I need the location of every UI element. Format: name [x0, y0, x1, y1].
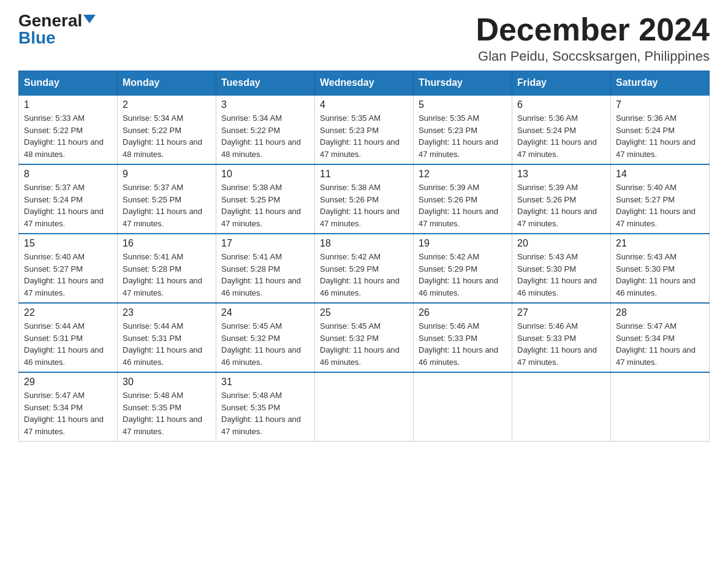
day-info: Sunrise: 5:35 AMSunset: 5:23 PMDaylight:… — [419, 113, 498, 159]
day-number: 3 — [221, 99, 309, 110]
title-block: December 2024 Glan Peidu, Soccsksargen, … — [476, 12, 710, 64]
day-info: Sunrise: 5:41 AMSunset: 5:28 PMDaylight:… — [123, 252, 202, 297]
calendar-cell: 23 Sunrise: 5:44 AMSunset: 5:31 PMDaylig… — [118, 303, 216, 372]
day-number: 23 — [123, 307, 211, 318]
week-row-3: 15 Sunrise: 5:40 AMSunset: 5:27 PMDaylig… — [19, 234, 710, 303]
day-info: Sunrise: 5:44 AMSunset: 5:31 PMDaylight:… — [24, 321, 104, 367]
day-number: 1 — [24, 99, 112, 110]
day-number: 16 — [123, 238, 211, 249]
day-number: 7 — [616, 99, 704, 110]
week-row-5: 29 Sunrise: 5:47 AMSunset: 5:34 PMDaylig… — [19, 372, 710, 442]
day-number: 11 — [320, 169, 408, 180]
day-number: 21 — [616, 238, 704, 249]
calendar-cell: 22 Sunrise: 5:44 AMSunset: 5:31 PMDaylig… — [19, 303, 118, 372]
day-number: 12 — [419, 169, 507, 180]
day-info: Sunrise: 5:38 AMSunset: 5:25 PMDaylight:… — [221, 183, 301, 228]
calendar-cell: 15 Sunrise: 5:40 AMSunset: 5:27 PMDaylig… — [19, 234, 118, 303]
header-monday: Monday — [118, 71, 216, 96]
calendar-cell: 18 Sunrise: 5:42 AMSunset: 5:29 PMDaylig… — [315, 234, 414, 303]
logo-general-text: General — [18, 12, 82, 29]
day-info: Sunrise: 5:39 AMSunset: 5:26 PMDaylight:… — [419, 183, 498, 228]
day-info: Sunrise: 5:40 AMSunset: 5:27 PMDaylight:… — [616, 183, 696, 228]
calendar-cell: 31 Sunrise: 5:48 AMSunset: 5:35 PMDaylig… — [216, 372, 315, 442]
calendar-cell: 17 Sunrise: 5:41 AMSunset: 5:28 PMDaylig… — [216, 234, 315, 303]
calendar-cell: 12 Sunrise: 5:39 AMSunset: 5:26 PMDaylig… — [414, 164, 512, 234]
day-info: Sunrise: 5:46 AMSunset: 5:33 PMDaylight:… — [517, 321, 597, 367]
calendar-table: SundayMondayTuesdayWednesdayThursdayFrid… — [18, 71, 710, 442]
header-saturday: Saturday — [611, 71, 710, 96]
calendar-cell: 20 Sunrise: 5:43 AMSunset: 5:30 PMDaylig… — [512, 234, 611, 303]
day-number: 15 — [24, 238, 112, 249]
day-info: Sunrise: 5:43 AMSunset: 5:30 PMDaylight:… — [616, 252, 696, 297]
calendar-cell: 28 Sunrise: 5:47 AMSunset: 5:34 PMDaylig… — [611, 303, 710, 372]
calendar-cell: 30 Sunrise: 5:48 AMSunset: 5:35 PMDaylig… — [118, 372, 216, 442]
calendar-cell: 21 Sunrise: 5:43 AMSunset: 5:30 PMDaylig… — [611, 234, 710, 303]
day-info: Sunrise: 5:47 AMSunset: 5:34 PMDaylight:… — [616, 321, 696, 367]
day-number: 17 — [221, 238, 309, 249]
day-number: 31 — [221, 377, 309, 388]
day-info: Sunrise: 5:48 AMSunset: 5:35 PMDaylight:… — [123, 391, 202, 436]
day-number: 27 — [517, 307, 605, 318]
day-info: Sunrise: 5:42 AMSunset: 5:29 PMDaylight:… — [320, 252, 400, 297]
day-info: Sunrise: 5:40 AMSunset: 5:27 PMDaylight:… — [24, 252, 104, 297]
month-title: December 2024 — [476, 12, 710, 47]
day-number: 24 — [221, 307, 309, 318]
day-number: 20 — [517, 238, 605, 249]
day-number: 10 — [221, 169, 309, 180]
calendar-cell: 3 Sunrise: 5:34 AMSunset: 5:22 PMDayligh… — [216, 95, 315, 164]
day-info: Sunrise: 5:44 AMSunset: 5:31 PMDaylight:… — [123, 321, 202, 367]
calendar-cell: 10 Sunrise: 5:38 AMSunset: 5:25 PMDaylig… — [216, 164, 315, 234]
day-info: Sunrise: 5:37 AMSunset: 5:25 PMDaylight:… — [123, 183, 202, 228]
day-number: 26 — [419, 307, 507, 318]
day-number: 29 — [24, 377, 112, 388]
day-info: Sunrise: 5:34 AMSunset: 5:22 PMDaylight:… — [123, 113, 202, 159]
logo-blue-text: Blue — [18, 29, 56, 47]
calendar-cell: 2 Sunrise: 5:34 AMSunset: 5:22 PMDayligh… — [118, 95, 216, 164]
day-info: Sunrise: 5:34 AMSunset: 5:22 PMDaylight:… — [221, 113, 301, 159]
day-info: Sunrise: 5:42 AMSunset: 5:29 PMDaylight:… — [419, 252, 498, 297]
week-row-1: 1 Sunrise: 5:33 AMSunset: 5:22 PMDayligh… — [19, 95, 710, 164]
calendar-cell: 19 Sunrise: 5:42 AMSunset: 5:29 PMDaylig… — [414, 234, 512, 303]
calendar-cell — [315, 372, 414, 442]
day-number: 13 — [517, 169, 605, 180]
header-row: SundayMondayTuesdayWednesdayThursdayFrid… — [19, 71, 710, 96]
calendar-cell: 9 Sunrise: 5:37 AMSunset: 5:25 PMDayligh… — [118, 164, 216, 234]
calendar-cell — [611, 372, 710, 442]
calendar-cell — [414, 372, 512, 442]
location-title: Glan Peidu, Soccsksargen, Philippines — [476, 48, 710, 64]
calendar-cell: 8 Sunrise: 5:37 AMSunset: 5:24 PMDayligh… — [19, 164, 118, 234]
day-number: 9 — [123, 169, 211, 180]
calendar-cell: 5 Sunrise: 5:35 AMSunset: 5:23 PMDayligh… — [414, 95, 512, 164]
calendar-cell: 11 Sunrise: 5:38 AMSunset: 5:26 PMDaylig… — [315, 164, 414, 234]
logo: General Blue — [18, 12, 96, 47]
calendar-cell: 26 Sunrise: 5:46 AMSunset: 5:33 PMDaylig… — [414, 303, 512, 372]
day-info: Sunrise: 5:46 AMSunset: 5:33 PMDaylight:… — [419, 321, 498, 367]
calendar-cell: 6 Sunrise: 5:36 AMSunset: 5:24 PMDayligh… — [512, 95, 611, 164]
calendar-cell: 1 Sunrise: 5:33 AMSunset: 5:22 PMDayligh… — [19, 95, 118, 164]
day-number: 4 — [320, 99, 408, 110]
day-number: 6 — [517, 99, 605, 110]
day-info: Sunrise: 5:36 AMSunset: 5:24 PMDaylight:… — [517, 113, 597, 159]
calendar-cell: 25 Sunrise: 5:45 AMSunset: 5:32 PMDaylig… — [315, 303, 414, 372]
calendar-cell: 29 Sunrise: 5:47 AMSunset: 5:34 PMDaylig… — [19, 372, 118, 442]
header-wednesday: Wednesday — [315, 71, 414, 96]
week-row-4: 22 Sunrise: 5:44 AMSunset: 5:31 PMDaylig… — [19, 303, 710, 372]
day-info: Sunrise: 5:45 AMSunset: 5:32 PMDaylight:… — [221, 321, 301, 367]
day-number: 14 — [616, 169, 704, 180]
calendar-cell: 24 Sunrise: 5:45 AMSunset: 5:32 PMDaylig… — [216, 303, 315, 372]
day-info: Sunrise: 5:36 AMSunset: 5:24 PMDaylight:… — [616, 113, 696, 159]
day-info: Sunrise: 5:33 AMSunset: 5:22 PMDaylight:… — [24, 113, 104, 159]
header-sunday: Sunday — [19, 71, 118, 96]
day-info: Sunrise: 5:35 AMSunset: 5:23 PMDaylight:… — [320, 113, 400, 159]
day-info: Sunrise: 5:48 AMSunset: 5:35 PMDaylight:… — [221, 391, 301, 436]
day-info: Sunrise: 5:41 AMSunset: 5:28 PMDaylight:… — [221, 252, 301, 297]
calendar-cell: 13 Sunrise: 5:39 AMSunset: 5:26 PMDaylig… — [512, 164, 611, 234]
day-number: 30 — [123, 377, 211, 388]
day-info: Sunrise: 5:37 AMSunset: 5:24 PMDaylight:… — [24, 183, 104, 228]
day-info: Sunrise: 5:39 AMSunset: 5:26 PMDaylight:… — [517, 183, 597, 228]
day-info: Sunrise: 5:45 AMSunset: 5:32 PMDaylight:… — [320, 321, 400, 367]
calendar-cell: 4 Sunrise: 5:35 AMSunset: 5:23 PMDayligh… — [315, 95, 414, 164]
day-number: 2 — [123, 99, 211, 110]
day-number: 22 — [24, 307, 112, 318]
day-info: Sunrise: 5:38 AMSunset: 5:26 PMDaylight:… — [320, 183, 400, 228]
